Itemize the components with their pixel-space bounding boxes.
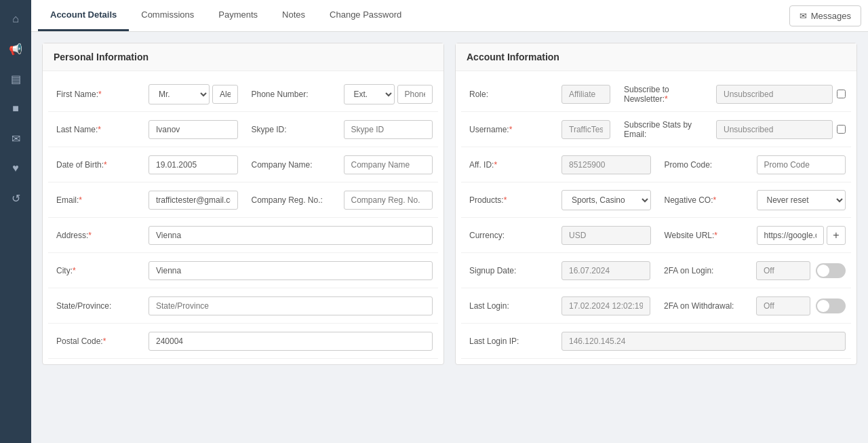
account-info-title: Account Information — [456, 43, 856, 71]
mail-icon[interactable]: ✉ — [3, 126, 28, 151]
email-input[interactable] — [149, 191, 238, 210]
city-input[interactable] — [149, 261, 433, 280]
role-newsletter-row: Role: Subscribe to Newsletter:* — [461, 77, 851, 112]
promo-code-input[interactable] — [757, 155, 846, 174]
megaphone-icon[interactable]: 📢 — [3, 37, 28, 61]
last-login-label: Last Login: — [461, 296, 556, 316]
last-login-2fa-withdrawal-row: Last Login: 2FA on Withdrawal: — [461, 288, 851, 324]
currency-field — [556, 223, 656, 248]
twofa-withdrawal-label: 2FA on Withdrawal: — [656, 296, 751, 316]
tab-change-password[interactable]: Change Password — [317, 0, 414, 31]
twofa-withdrawal-status — [756, 296, 810, 315]
first-name-input[interactable] — [212, 85, 238, 104]
tab-commissions[interactable]: Commissions — [129, 0, 206, 31]
role-input — [561, 85, 610, 104]
state-input[interactable] — [149, 296, 433, 315]
postal-input[interactable] — [149, 332, 433, 351]
products-field: Sports, Casino Sports Casino — [556, 187, 656, 213]
company-name-input[interactable] — [344, 155, 433, 174]
twofa-login-status — [756, 261, 810, 280]
promo-code-label: Promo Code: — [656, 155, 751, 175]
negative-co-select[interactable]: Never reset Monthly Weekly — [757, 190, 846, 210]
heart-icon[interactable]: ♥ — [3, 156, 28, 180]
last-name-label: Last Name:* — [48, 119, 143, 140]
last-login-ip-row: Last Login IP: — [461, 324, 851, 359]
last-name-skype-row: Last Name:* Skype ID: — [48, 112, 438, 147]
subscribe-newsletter-label: Subscribe to Newsletter:* — [616, 79, 711, 109]
personal-info-card: Personal Information First Name:* Mr. Mr… — [42, 43, 444, 365]
city-field — [143, 258, 438, 283]
postal-row: Postal Code:* — [48, 324, 438, 359]
aff-id-input — [561, 155, 651, 174]
account-info-body: Role: Subscribe to Newsletter:* — [456, 71, 856, 364]
phone-number-field: Ext. +1+7+44+49+43 — [338, 81, 439, 107]
email-field — [143, 188, 243, 212]
dob-label: Date of Birth:* — [48, 155, 143, 175]
phone-number-input[interactable] — [397, 85, 433, 104]
city-row: City:* — [48, 253, 438, 288]
messages-button[interactable]: ✉ Messages — [789, 5, 861, 26]
website-url-field: + — [751, 223, 852, 248]
signup-date-label: Signup Date: — [461, 261, 556, 281]
skype-id-field — [338, 117, 439, 142]
username-label: Username:* — [461, 119, 556, 140]
dob-input[interactable] — [149, 155, 238, 174]
company-reg-input[interactable] — [344, 191, 433, 210]
last-login-ip-label: Last Login IP: — [461, 331, 556, 351]
username-field — [556, 117, 616, 142]
signup-2fa-login-row: Signup Date: 2FA on Login: — [461, 253, 851, 288]
main-content: Account Details Commissions Payments Not… — [31, 0, 868, 443]
twofa-login-toggle[interactable] — [816, 263, 846, 278]
tab-notes[interactable]: Notes — [270, 0, 317, 31]
signup-date-input — [561, 261, 650, 280]
address-row: Address:* — [48, 218, 438, 253]
company-name-field — [338, 153, 439, 177]
subscribe-newsletter-checkbox[interactable] — [837, 90, 846, 98]
refresh-icon[interactable]: ↺ — [3, 186, 28, 210]
personal-info-title: Personal Information — [43, 43, 443, 71]
tab-payments[interactable]: Payments — [206, 0, 270, 31]
wallet-icon[interactable]: ■ — [3, 96, 28, 121]
messages-label: Messages — [811, 11, 851, 21]
last-login-ip-field — [556, 329, 851, 353]
twofa-withdrawal-toggle[interactable] — [816, 298, 846, 313]
currency-website-row: Currency: Website URL:* + — [461, 218, 851, 253]
chart-icon[interactable]: ▤ — [3, 66, 28, 91]
address-input[interactable] — [149, 226, 433, 245]
subscribe-stats-label: Subscribe Stats by Email: — [616, 115, 711, 145]
username-stats-row: Username:* Subscribe Stats by Email: — [461, 112, 851, 147]
twofa-login-slider — [816, 263, 846, 278]
last-name-field — [143, 117, 243, 142]
subscribe-stats-field — [711, 117, 851, 142]
twofa-withdrawal-slider — [816, 298, 846, 313]
dob-company-row: Date of Birth:* Company Name: — [48, 147, 438, 182]
first-name-prefix-select[interactable]: Mr. Mrs. Ms. Dr. — [149, 84, 210, 104]
city-label: City:* — [48, 261, 143, 281]
add-url-button[interactable]: + — [827, 226, 846, 245]
tabs-bar: Account Details Commissions Payments Not… — [31, 0, 868, 32]
phone-number-label: Phone Number: — [243, 84, 338, 104]
first-name-phone-row: First Name:* Mr. Mrs. Ms. Dr. — [48, 77, 438, 112]
phone-ext-select[interactable]: Ext. +1+7+44+49+43 — [344, 84, 395, 104]
skype-id-input[interactable] — [344, 120, 433, 139]
home-icon[interactable]: ⌂ — [3, 7, 28, 31]
currency-label: Currency: — [461, 225, 556, 246]
products-select[interactable]: Sports, Casino Sports Casino — [561, 190, 651, 210]
company-reg-field — [338, 188, 439, 212]
account-info-card: Account Information Role: Subscribe to N… — [455, 43, 857, 365]
aff-id-field — [556, 153, 656, 177]
twofa-login-field — [751, 258, 851, 283]
promo-code-field — [751, 153, 852, 177]
website-url-input[interactable] — [757, 226, 825, 245]
state-field — [143, 294, 438, 318]
postal-label: Postal Code:* — [48, 331, 143, 351]
products-label: Products:* — [461, 190, 556, 210]
last-name-input[interactable] — [149, 120, 238, 139]
subscribe-stats-checkbox[interactable] — [837, 125, 846, 134]
sidebar: ⌂ 📢 ▤ ■ ✉ ♥ ↺ — [0, 0, 31, 443]
content-area: Personal Information First Name:* Mr. Mr… — [31, 32, 868, 376]
role-label: Role: — [461, 84, 556, 104]
negative-co-field: Never reset Monthly Weekly — [751, 187, 852, 213]
subscribe-stats-input — [716, 120, 833, 139]
tab-account-details[interactable]: Account Details — [38, 0, 129, 31]
